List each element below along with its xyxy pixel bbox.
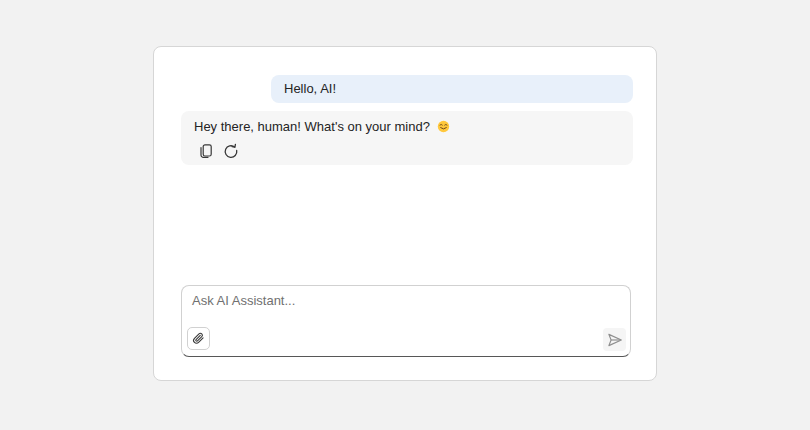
user-message-text: Hello, AI! (284, 81, 336, 96)
attach-button[interactable] (187, 327, 210, 350)
send-icon (607, 332, 623, 348)
message-input[interactable] (182, 286, 630, 328)
send-button[interactable] (603, 328, 626, 351)
user-message-bubble: Hello, AI! (271, 75, 633, 103)
chat-window: Hello, AI! Hey there, human! What's on y… (153, 46, 657, 381)
assistant-message: Hey there, human! What's on your mind? (181, 111, 633, 135)
smiling-face-emoji (437, 120, 450, 133)
arrow-clockwise-icon (223, 143, 239, 159)
assistant-message-actions (196, 141, 241, 161)
paperclip-icon (191, 331, 206, 346)
regenerate-button[interactable] (221, 141, 241, 161)
assistant-message-bubble: Hey there, human! What's on your mind? (181, 111, 633, 165)
app-background: Hello, AI! Hey there, human! What's on y… (0, 0, 810, 430)
copy-icon (198, 143, 214, 159)
assistant-message-text: Hey there, human! What's on your mind? (194, 119, 430, 134)
copy-button[interactable] (196, 141, 216, 161)
composer (181, 285, 631, 357)
